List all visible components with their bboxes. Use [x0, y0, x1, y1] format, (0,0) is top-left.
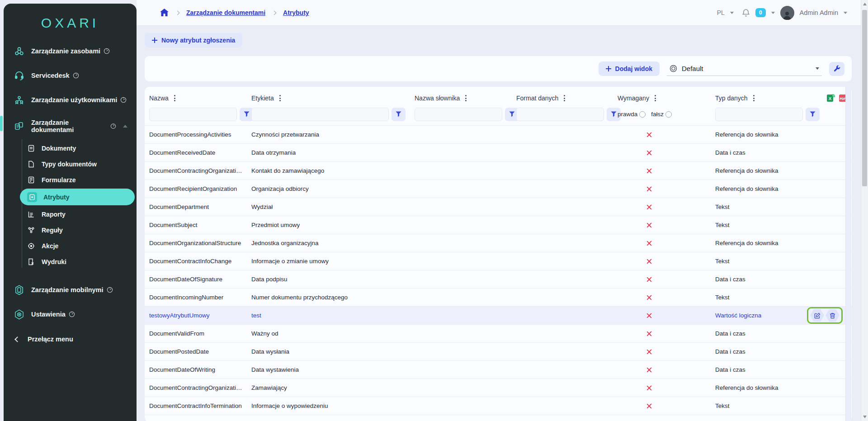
sidebar-item-reguly[interactable]: Reguły	[4, 222, 137, 238]
sidebar-item-label: Servicedesk	[31, 72, 70, 79]
table-row[interactable]: testowyAtrybutUmowy test Wartość logiczn…	[145, 306, 852, 324]
user-name[interactable]: Admin Admin	[800, 9, 838, 16]
avatar[interactable]	[780, 6, 794, 20]
sidebar-item-atrybuty[interactable]: Atrybuty	[20, 189, 135, 205]
table-row[interactable]: DocumentPersons Przypisane osoby Referen…	[145, 415, 852, 421]
table-row[interactable]: DocumentContractingOrganization Zamawiaj…	[145, 378, 852, 397]
table-row[interactable]: DocumentRecipientOrganization Organizacj…	[145, 180, 852, 198]
table-row[interactable]: DocumentValidFrom Ważny od Data i czas	[145, 324, 852, 342]
sidebar-item-servicedesk[interactable]: Servicedesk	[4, 64, 137, 87]
sidebar-item-zasoby[interactable]: Zarządzanie zasobami	[4, 40, 137, 62]
table-row[interactable]: DocumentReceivedDate Data otrzymania Dat…	[145, 143, 852, 161]
sidebar-item-ustawienia[interactable]: Ustawienia	[4, 303, 137, 326]
edit-row-button[interactable]	[810, 309, 824, 322]
chevron-down-icon[interactable]	[730, 12, 734, 14]
language-selector[interactable]: PL	[717, 9, 725, 16]
cell-etykieta: Informacje o wypowiedzeniu	[251, 402, 328, 409]
action-icon	[27, 242, 35, 250]
table-row[interactable]: DocumentDepartment Wydział Tekst	[145, 198, 852, 216]
table-row[interactable]: DocumentContractInfoChange Informacje o …	[145, 252, 852, 270]
column-menu-icon[interactable]	[563, 94, 566, 102]
table-row[interactable]: DocumentContractInfoTermination Informac…	[145, 397, 852, 415]
filter-button[interactable]	[806, 108, 820, 121]
cell-etykieta: Ważny od	[251, 330, 278, 337]
required-true-radio[interactable]	[639, 111, 646, 118]
home-icon[interactable]	[160, 9, 169, 17]
document-blank-icon	[27, 160, 35, 168]
column-menu-icon[interactable]	[752, 94, 755, 102]
breadcrumb: Zarządzanie dokumentami Atrybuty	[160, 9, 309, 17]
cell-nazwa: DocumentPostedDate	[149, 348, 209, 355]
sidebar-item-wydruki[interactable]: Wydruki	[4, 254, 137, 270]
cell-typ: Tekst	[715, 402, 730, 409]
filter-input-nazwa[interactable]	[149, 108, 237, 121]
cell-etykieta: Data podpisu	[251, 276, 288, 283]
toggle-menu-button[interactable]: Przełącz menu	[4, 326, 137, 347]
filter-button[interactable]	[392, 108, 406, 121]
add-view-label: Dodaj widok	[615, 65, 652, 72]
scroll-up-icon[interactable]	[863, 3, 867, 5]
cell-etykieta: Kontakt do zamawiającego	[251, 167, 324, 174]
table-row[interactable]: DocumentIncomingNumber Numer dokumentu p…	[145, 288, 852, 306]
cell-nazwa: DocumentSubject	[149, 222, 198, 228]
filter-input-slownik[interactable]	[415, 108, 502, 121]
view-settings-button[interactable]	[829, 62, 844, 76]
breadcrumb-link-dokumenty[interactable]: Zarządzanie dokumentami	[186, 9, 265, 16]
cell-etykieta: Data wystawienia	[251, 366, 299, 373]
table-row[interactable]: DocumentProcessingActivities Czynności p…	[145, 125, 852, 143]
column-menu-icon[interactable]	[173, 94, 176, 102]
chevron-down-icon[interactable]	[844, 12, 847, 14]
filter-input-etykieta[interactable]	[251, 108, 389, 121]
table-row[interactable]: DocumentOrganizationalStructure Jednostk…	[145, 234, 852, 252]
report-icon	[27, 210, 35, 218]
cell-etykieta: Zamawiający	[251, 384, 287, 391]
sidebar-item-typy-dokumentow[interactable]: Typy dokumentów	[4, 156, 137, 172]
column-menu-icon[interactable]	[278, 94, 282, 102]
export-excel-icon[interactable]: X	[827, 94, 835, 102]
table-row[interactable]: DocumentSubject Przedmiot umowy Tekst	[145, 216, 852, 234]
filter-input-typ[interactable]	[715, 108, 803, 121]
headset-icon	[14, 70, 24, 81]
cell-typ: Data i czas	[715, 366, 745, 373]
cell-nazwa: DocumentValidFrom	[149, 330, 204, 337]
sidebar-item-formularze[interactable]: Formularze	[4, 172, 137, 188]
table-row[interactable]: DocumentDateOfWriting Data wystawienia D…	[145, 360, 852, 378]
cell-nazwa: DocumentContractingOrganizationCont...	[149, 167, 242, 174]
delete-row-button[interactable]	[826, 309, 840, 322]
add-view-button[interactable]: Dodaj widok	[599, 61, 660, 76]
bell-icon[interactable]	[742, 9, 750, 17]
filter-input-format[interactable]	[516, 108, 604, 121]
required-false-icon	[646, 204, 652, 210]
table-scrollbar[interactable]	[845, 87, 851, 421]
sidebar-item-raporty[interactable]: Raporty	[4, 206, 137, 222]
sidebar: OXARI Zarządzanie zasobami Servicedesk Z…	[4, 4, 137, 421]
scrollbar-thumb[interactable]	[862, 10, 867, 186]
cell-typ: Referencja do słownika	[715, 167, 778, 174]
chevron-down-icon[interactable]	[771, 12, 775, 14]
sidebar-item-dokumenty-group[interactable]: Zarządzanie dokumentami	[4, 113, 137, 139]
cell-nazwa: DocumentContractInfoChange	[149, 258, 231, 265]
cell-typ: Data i czas	[715, 330, 745, 337]
cell-typ: Referencja do słownika	[715, 131, 778, 138]
column-menu-icon[interactable]	[464, 94, 467, 102]
gauge-icon	[120, 97, 127, 103]
required-false-radio[interactable]	[665, 111, 672, 118]
scroll-down-icon[interactable]	[863, 416, 867, 418]
cell-etykieta: Czynności przetwarzania	[251, 131, 319, 138]
breadcrumb-link-atrybuty[interactable]: Atrybuty	[283, 9, 309, 16]
sidebar-item-uzytkownicy[interactable]: Zarządzanie użytkownikami	[4, 89, 137, 111]
gauge-icon	[69, 311, 75, 317]
chevron-down-icon	[816, 67, 819, 70]
sidebar-item-akcje[interactable]: Akcje	[4, 238, 137, 254]
column-menu-icon[interactable]	[654, 94, 657, 102]
column-header-format: Format danych	[516, 95, 558, 102]
toggle-menu-label: Przełącz menu	[28, 336, 73, 343]
table-row[interactable]: DocumentPostedDate Data wysłania Data i …	[145, 342, 852, 360]
table-row[interactable]: DocumentContractingOrganizationCont... K…	[145, 161, 852, 180]
sidebar-item-dokumenty[interactable]: Dokumenty	[4, 140, 137, 156]
table-row[interactable]: DocumentDateOfSignature Data podpisu Dat…	[145, 270, 852, 288]
page-scrollbar[interactable]	[861, 0, 868, 421]
new-attribute-button[interactable]: Nowy atrybut zgłoszenia	[145, 33, 242, 47]
sidebar-item-mobilni[interactable]: Zarządzanie mobilnymi	[4, 279, 137, 301]
view-selector[interactable]: Default	[667, 61, 822, 76]
